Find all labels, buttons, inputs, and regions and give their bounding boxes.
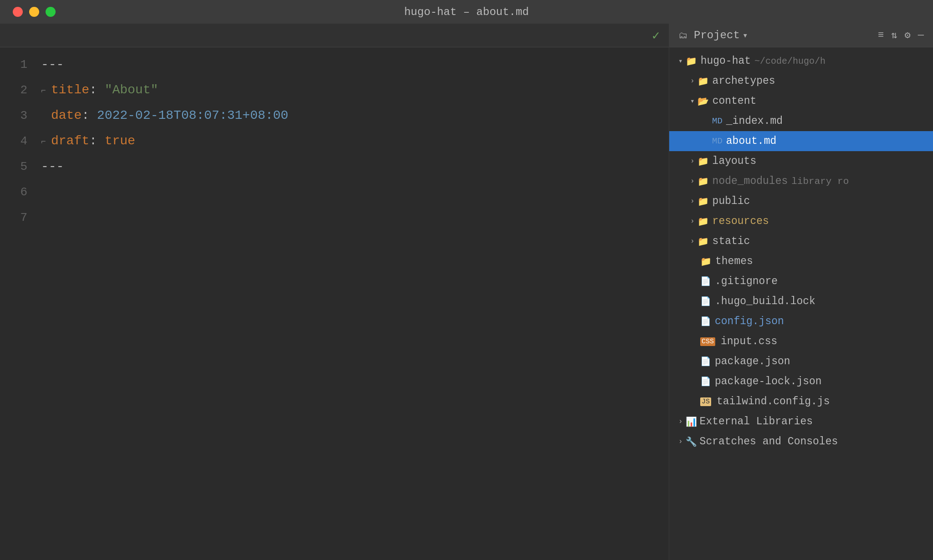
folder-icon-layouts: 📁 [697, 156, 709, 167]
tree-item-about-md[interactable]: MD about.md [669, 131, 933, 151]
tree-label-hugo-hat: hugo-hat [701, 55, 751, 67]
hide-panel-icon[interactable]: — [918, 30, 924, 41]
filter-icon[interactable]: ⇅ [891, 29, 897, 41]
yaml-value-draft: true [105, 128, 135, 154]
chevron-resources: › [690, 217, 695, 225]
window-title: hugo-hat – about.md [404, 6, 529, 18]
fullscreen-button[interactable] [46, 7, 56, 17]
folder-icon-resources: 📁 [697, 216, 709, 227]
tree-item-archetypes[interactable]: › 📁 archetypes [669, 71, 933, 91]
chevron-public: › [690, 197, 695, 205]
editor-toolbar: ✓ [0, 24, 669, 47]
external-lib-icon: 📊 [686, 416, 697, 428]
yaml-key-date: date [51, 103, 82, 128]
tree-label-external-libraries: External Libraries [700, 416, 813, 428]
line-number-2: 2 [9, 77, 27, 103]
tree-label-static: static [713, 235, 750, 247]
tree-item-layouts[interactable]: › 📁 layouts [669, 151, 933, 171]
code-editor: ✓ 1 2 3 4 5 6 7 --- ⌐ title [0, 24, 669, 560]
tree-label-about-md: about.md [726, 135, 776, 147]
tree-label-content: content [713, 95, 757, 107]
minimize-button[interactable] [29, 7, 39, 17]
file-icon-hugo-lock: 📄 [700, 296, 711, 307]
tree-label-hugo-build-lock: .hugo_build.lock [715, 295, 815, 307]
line-numbers: 1 2 3 4 5 6 7 [0, 52, 36, 555]
collapse-all-icon[interactable]: ≡ [878, 30, 884, 41]
titlebar: hugo-hat – about.md [0, 0, 933, 24]
tree-label-gitignore: .gitignore [715, 275, 778, 287]
file-icon-gitignore: 📄 [700, 276, 711, 287]
close-button[interactable] [13, 7, 23, 17]
tree-label-node-modules: node_modules [713, 175, 788, 187]
chevron-layouts: › [690, 157, 695, 165]
file-icon-input-css: CSS [700, 337, 715, 346]
settings-icon[interactable]: ⚙ [905, 29, 911, 41]
tree-label-package-json: package.json [715, 356, 790, 367]
tree-item-resources[interactable]: › 📁 resources [669, 211, 933, 231]
file-icon-about-md: MD [712, 136, 723, 146]
tree-item-index-md[interactable]: MD _index.md [669, 111, 933, 131]
file-icon-index-md: MD [712, 116, 723, 126]
hugo-hat-path: ~/code/hugo/h [754, 56, 825, 66]
panel-folder-icon: 🗂 [678, 30, 687, 41]
fold-icon-2: ⌐ [41, 78, 49, 103]
tree-label-layouts: layouts [713, 155, 757, 167]
folder-icon-public: 📁 [697, 196, 709, 207]
tree-item-package-lock-json[interactable]: 📄 package-lock.json [669, 372, 933, 392]
folder-icon-hugo-hat: 📁 [686, 56, 697, 67]
tree-item-themes[interactable]: 📁 themes [669, 251, 933, 271]
panel-dropdown-arrow[interactable]: ▾ [743, 30, 748, 41]
code-line-1: --- [41, 52, 664, 77]
scratches-icon: 🔧 [686, 436, 697, 448]
tree-label-config-json: config.json [715, 316, 784, 327]
yaml-colon-1: : [89, 77, 105, 103]
file-tree[interactable]: ▾ 📁 hugo-hat ~/code/hugo/h › 📁 archetype… [669, 47, 933, 560]
tree-label-input-css: input.css [721, 336, 777, 347]
code-lines: --- ⌐ title : "About" date : 2022-02-18T… [36, 52, 669, 555]
code-line-6 [41, 179, 664, 205]
tree-item-hugo-build-lock[interactable]: 📄 .hugo_build.lock [669, 291, 933, 311]
fold-icon-4: ⌐ [41, 129, 49, 154]
line-number-1: 1 [9, 52, 27, 77]
tree-item-external-libraries[interactable]: › 📊 External Libraries [669, 412, 933, 432]
tree-item-public[interactable]: › 📁 public [669, 191, 933, 211]
yaml-colon-3: : [89, 128, 105, 154]
line-number-6: 6 [9, 179, 27, 205]
code-line-7 [41, 205, 664, 230]
main-area: ✓ 1 2 3 4 5 6 7 --- ⌐ title [0, 24, 933, 560]
tree-item-static[interactable]: › 📁 static [669, 231, 933, 251]
tree-label-public: public [713, 195, 750, 207]
tree-item-config-json[interactable]: 📄 config.json [669, 311, 933, 331]
editor-content[interactable]: 1 2 3 4 5 6 7 --- ⌐ title : "About" [0, 47, 669, 560]
yaml-key-title: title [51, 77, 89, 103]
yaml-dashes-end: --- [41, 154, 64, 179]
folder-icon-themes: 📁 [700, 256, 712, 267]
tree-label-resources: resources [713, 215, 769, 227]
tree-item-package-json[interactable]: 📄 package.json [669, 351, 933, 372]
panel-header: 🗂 Project ▾ ≡ ⇅ ⚙ — [669, 24, 933, 47]
line-number-3: 3 [9, 103, 27, 128]
tree-item-input-css[interactable]: CSS input.css [669, 331, 933, 351]
folder-icon-archetypes: 📁 [697, 76, 709, 87]
tree-item-gitignore[interactable]: 📄 .gitignore [669, 271, 933, 291]
tree-item-content[interactable]: ▾ 📂 content [669, 91, 933, 111]
yaml-colon-2: : [82, 103, 97, 128]
file-icon-package-json: 📄 [700, 356, 711, 367]
tree-label-scratches-consoles: Scratches and Consoles [700, 436, 838, 448]
panel-header-icons: ≡ ⇅ ⚙ — [878, 29, 924, 41]
tree-item-scratches-consoles[interactable]: › 🔧 Scratches and Consoles [669, 432, 933, 452]
chevron-static: › [690, 237, 695, 245]
tree-item-tailwind-config[interactable]: JS tailwind.config.js [669, 392, 933, 412]
chevron-external-libs: › [678, 417, 683, 426]
tree-item-node-modules[interactable]: › 📁 node_modules library ro [669, 171, 933, 191]
panel-title: Project ▾ [694, 29, 748, 41]
tree-label-package-lock-json: package-lock.json [715, 376, 822, 387]
code-line-4: ⌐ draft : true [41, 128, 664, 154]
yaml-value-title: "About" [105, 77, 159, 103]
tree-label-themes: themes [715, 255, 753, 267]
folder-icon-node-modules: 📁 [697, 176, 709, 187]
tree-label-archetypes: archetypes [713, 75, 775, 87]
line-number-4: 4 [9, 128, 27, 154]
tree-label-index-md: _index.md [726, 115, 783, 127]
tree-item-hugo-hat[interactable]: ▾ 📁 hugo-hat ~/code/hugo/h [669, 51, 933, 71]
